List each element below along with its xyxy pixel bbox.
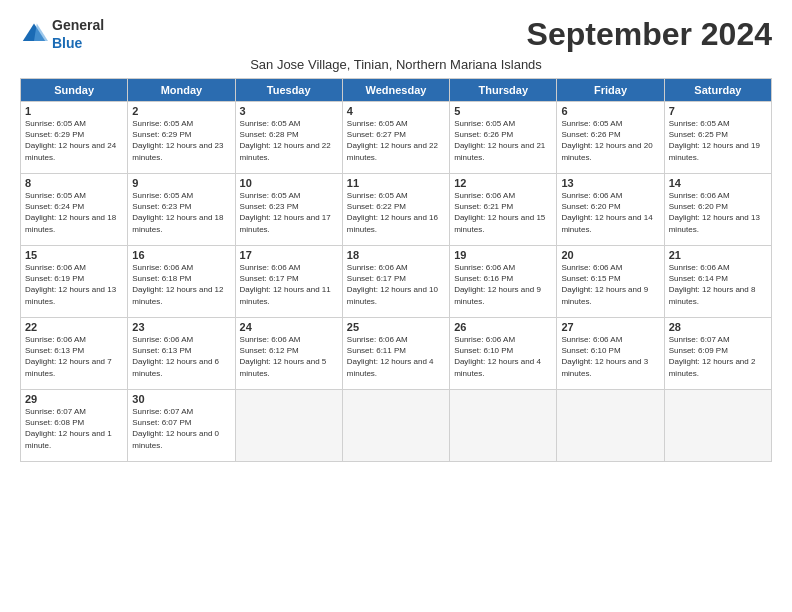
day-cell: 13 Sunrise: 6:06 AM Sunset: 6:20 PM Dayl… xyxy=(557,174,664,246)
day-cell: 2 Sunrise: 6:05 AM Sunset: 6:29 PM Dayli… xyxy=(128,102,235,174)
day-cell: 3 Sunrise: 6:05 AM Sunset: 6:28 PM Dayli… xyxy=(235,102,342,174)
day-cell: 18 Sunrise: 6:06 AM Sunset: 6:17 PM Dayl… xyxy=(342,246,449,318)
day-number: 1 xyxy=(25,105,123,117)
header-wednesday: Wednesday xyxy=(342,79,449,102)
day-number: 6 xyxy=(561,105,659,117)
day-cell: 9 Sunrise: 6:05 AM Sunset: 6:23 PM Dayli… xyxy=(128,174,235,246)
day-cell: 20 Sunrise: 6:06 AM Sunset: 6:15 PM Dayl… xyxy=(557,246,664,318)
day-info: Sunrise: 6:05 AM Sunset: 6:24 PM Dayligh… xyxy=(25,190,123,235)
day-info: Sunrise: 6:06 AM Sunset: 6:10 PM Dayligh… xyxy=(454,334,552,379)
calendar-title: September 2024 xyxy=(527,16,772,53)
day-info: Sunrise: 6:05 AM Sunset: 6:26 PM Dayligh… xyxy=(454,118,552,163)
day-number: 3 xyxy=(240,105,338,117)
day-number: 26 xyxy=(454,321,552,333)
day-info: Sunrise: 6:07 AM Sunset: 6:09 PM Dayligh… xyxy=(669,334,767,379)
day-info: Sunrise: 6:06 AM Sunset: 6:10 PM Dayligh… xyxy=(561,334,659,379)
calendar-page: General Blue September 2024 San Jose Vil… xyxy=(0,0,792,472)
day-number: 10 xyxy=(240,177,338,189)
day-info: Sunrise: 6:06 AM Sunset: 6:20 PM Dayligh… xyxy=(669,190,767,235)
table-row: 8 Sunrise: 6:05 AM Sunset: 6:24 PM Dayli… xyxy=(21,174,772,246)
day-number: 7 xyxy=(669,105,767,117)
day-number: 27 xyxy=(561,321,659,333)
empty-cell xyxy=(235,390,342,462)
header-thursday: Thursday xyxy=(450,79,557,102)
calendar-table: Sunday Monday Tuesday Wednesday Thursday… xyxy=(20,78,772,462)
empty-cell xyxy=(342,390,449,462)
day-info: Sunrise: 6:07 AM Sunset: 6:07 PM Dayligh… xyxy=(132,406,230,451)
header-friday: Friday xyxy=(557,79,664,102)
day-number: 12 xyxy=(454,177,552,189)
day-cell: 11 Sunrise: 6:05 AM Sunset: 6:22 PM Dayl… xyxy=(342,174,449,246)
day-info: Sunrise: 6:06 AM Sunset: 6:13 PM Dayligh… xyxy=(25,334,123,379)
day-cell: 15 Sunrise: 6:06 AM Sunset: 6:19 PM Dayl… xyxy=(21,246,128,318)
logo-icon xyxy=(20,20,48,48)
logo-general: General xyxy=(52,17,104,33)
day-cell: 17 Sunrise: 6:06 AM Sunset: 6:17 PM Dayl… xyxy=(235,246,342,318)
day-info: Sunrise: 6:06 AM Sunset: 6:11 PM Dayligh… xyxy=(347,334,445,379)
day-cell: 28 Sunrise: 6:07 AM Sunset: 6:09 PM Dayl… xyxy=(664,318,771,390)
empty-cell xyxy=(450,390,557,462)
logo: General Blue xyxy=(20,16,104,52)
day-info: Sunrise: 6:06 AM Sunset: 6:20 PM Dayligh… xyxy=(561,190,659,235)
logo-text: General Blue xyxy=(52,16,104,52)
header-saturday: Saturday xyxy=(664,79,771,102)
day-cell: 19 Sunrise: 6:06 AM Sunset: 6:16 PM Dayl… xyxy=(450,246,557,318)
day-number: 24 xyxy=(240,321,338,333)
day-info: Sunrise: 6:06 AM Sunset: 6:17 PM Dayligh… xyxy=(240,262,338,307)
day-info: Sunrise: 6:06 AM Sunset: 6:17 PM Dayligh… xyxy=(347,262,445,307)
day-number: 13 xyxy=(561,177,659,189)
day-number: 22 xyxy=(25,321,123,333)
day-cell: 6 Sunrise: 6:05 AM Sunset: 6:26 PM Dayli… xyxy=(557,102,664,174)
day-cell: 4 Sunrise: 6:05 AM Sunset: 6:27 PM Dayli… xyxy=(342,102,449,174)
header: General Blue September 2024 xyxy=(20,16,772,53)
day-cell: 14 Sunrise: 6:06 AM Sunset: 6:20 PM Dayl… xyxy=(664,174,771,246)
day-info: Sunrise: 6:05 AM Sunset: 6:26 PM Dayligh… xyxy=(561,118,659,163)
day-info: Sunrise: 6:05 AM Sunset: 6:23 PM Dayligh… xyxy=(240,190,338,235)
table-row: 22 Sunrise: 6:06 AM Sunset: 6:13 PM Dayl… xyxy=(21,318,772,390)
day-info: Sunrise: 6:05 AM Sunset: 6:22 PM Dayligh… xyxy=(347,190,445,235)
day-cell: 7 Sunrise: 6:05 AM Sunset: 6:25 PM Dayli… xyxy=(664,102,771,174)
day-info: Sunrise: 6:05 AM Sunset: 6:25 PM Dayligh… xyxy=(669,118,767,163)
day-info: Sunrise: 6:05 AMSunset: 6:29 PMDaylight:… xyxy=(25,118,123,163)
day-info: Sunrise: 6:06 AM Sunset: 6:18 PM Dayligh… xyxy=(132,262,230,307)
day-cell: 1 Sunrise: 6:05 AMSunset: 6:29 PMDayligh… xyxy=(21,102,128,174)
logo-blue: Blue xyxy=(52,35,82,51)
day-cell: 25 Sunrise: 6:06 AM Sunset: 6:11 PM Dayl… xyxy=(342,318,449,390)
day-number: 11 xyxy=(347,177,445,189)
day-cell: 5 Sunrise: 6:05 AM Sunset: 6:26 PM Dayli… xyxy=(450,102,557,174)
day-cell: 27 Sunrise: 6:06 AM Sunset: 6:10 PM Dayl… xyxy=(557,318,664,390)
day-cell: 21 Sunrise: 6:06 AM Sunset: 6:14 PM Dayl… xyxy=(664,246,771,318)
day-cell: 29 Sunrise: 6:07 AM Sunset: 6:08 PM Dayl… xyxy=(21,390,128,462)
day-number: 20 xyxy=(561,249,659,261)
empty-cell xyxy=(557,390,664,462)
day-number: 2 xyxy=(132,105,230,117)
day-info: Sunrise: 6:06 AM Sunset: 6:12 PM Dayligh… xyxy=(240,334,338,379)
calendar-subtitle: San Jose Village, Tinian, Northern Maria… xyxy=(20,57,772,72)
day-cell: 16 Sunrise: 6:06 AM Sunset: 6:18 PM Dayl… xyxy=(128,246,235,318)
day-info: Sunrise: 6:05 AM Sunset: 6:23 PM Dayligh… xyxy=(132,190,230,235)
day-info: Sunrise: 6:06 AM Sunset: 6:19 PM Dayligh… xyxy=(25,262,123,307)
day-cell: 22 Sunrise: 6:06 AM Sunset: 6:13 PM Dayl… xyxy=(21,318,128,390)
day-number: 25 xyxy=(347,321,445,333)
day-number: 16 xyxy=(132,249,230,261)
day-info: Sunrise: 6:05 AM Sunset: 6:28 PM Dayligh… xyxy=(240,118,338,163)
day-number: 15 xyxy=(25,249,123,261)
day-number: 23 xyxy=(132,321,230,333)
table-row: 29 Sunrise: 6:07 AM Sunset: 6:08 PM Dayl… xyxy=(21,390,772,462)
svg-marker-1 xyxy=(34,24,48,42)
title-block: September 2024 xyxy=(527,16,772,53)
day-cell: 8 Sunrise: 6:05 AM Sunset: 6:24 PM Dayli… xyxy=(21,174,128,246)
day-cell: 26 Sunrise: 6:06 AM Sunset: 6:10 PM Dayl… xyxy=(450,318,557,390)
day-cell: 10 Sunrise: 6:05 AM Sunset: 6:23 PM Dayl… xyxy=(235,174,342,246)
day-number: 19 xyxy=(454,249,552,261)
day-headers-row: Sunday Monday Tuesday Wednesday Thursday… xyxy=(21,79,772,102)
day-number: 14 xyxy=(669,177,767,189)
day-number: 29 xyxy=(25,393,123,405)
day-info: Sunrise: 6:06 AM Sunset: 6:16 PM Dayligh… xyxy=(454,262,552,307)
day-number: 21 xyxy=(669,249,767,261)
day-cell: 24 Sunrise: 6:06 AM Sunset: 6:12 PM Dayl… xyxy=(235,318,342,390)
empty-cell xyxy=(664,390,771,462)
day-number: 28 xyxy=(669,321,767,333)
table-row: 1 Sunrise: 6:05 AMSunset: 6:29 PMDayligh… xyxy=(21,102,772,174)
day-info: Sunrise: 6:06 AM Sunset: 6:15 PM Dayligh… xyxy=(561,262,659,307)
